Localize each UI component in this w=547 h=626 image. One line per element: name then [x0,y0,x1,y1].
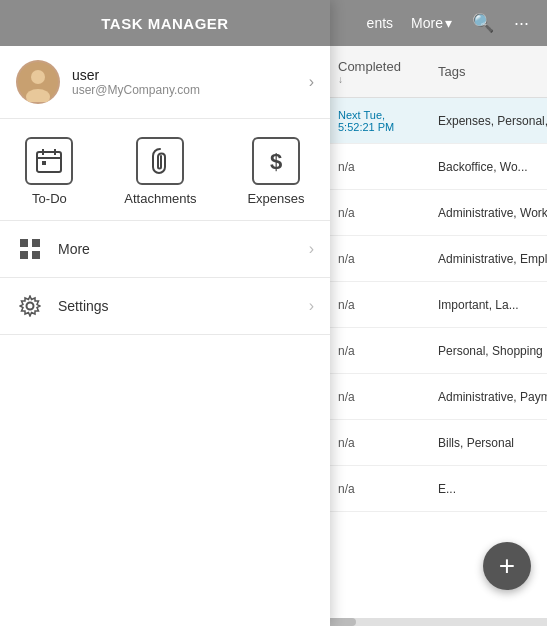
completed-cell: n/a [330,478,430,500]
tags-cell: Expenses, Personal, Shopping [430,110,547,132]
sidebar-title: TASK MANAGER [101,15,228,32]
table-row[interactable]: n/a Administrative, Employees [330,236,547,282]
todo-label: To-Do [32,191,67,206]
search-icon[interactable]: 🔍 [466,8,500,38]
svg-rect-3 [37,152,61,172]
svg-rect-7 [42,161,46,165]
nav-ents[interactable]: ents [361,11,399,35]
svg-rect-11 [20,251,28,259]
more-arrow-icon: ▾ [445,15,452,31]
tags-cell: E... [430,478,547,500]
svg-rect-10 [32,239,40,247]
chevron-right-icon: › [309,73,314,91]
tags-cell: Administrative, Work [430,202,547,224]
topbar-nav: ents More ▾ [361,11,458,35]
chevron-right-icon: › [309,240,314,258]
table-row[interactable]: n/a Personal, Shopping [330,328,547,374]
completed-cell: n/a [330,340,430,362]
user-email: user@MyCompany.com [72,83,309,97]
todo-icon [25,137,73,185]
chevron-right-icon: › [309,297,314,315]
completed-cell: n/a [330,248,430,270]
completed-cell: n/a [330,156,430,178]
more-menu-button[interactable]: More ▾ [405,11,458,35]
tags-cell: Important, La... [430,294,547,316]
completed-cell: Next Tue, 5:52:21 PM [330,105,430,137]
table-row[interactable]: n/a Administrative, Payments [330,374,547,420]
more-menu-item[interactable]: More › [0,221,330,278]
expenses-icon: $ [252,137,300,185]
user-profile[interactable]: user user@MyCompany.com › [0,46,330,119]
completed-cell: n/a [330,294,430,316]
svg-text:$: $ [270,149,282,174]
settings-menu-item[interactable]: Settings › [0,278,330,335]
attachments-label: Attachments [124,191,196,206]
svg-rect-12 [32,251,40,259]
tags-label: Tags [438,64,465,79]
avatar [16,60,60,104]
settings-label: Settings [58,298,309,314]
grid-icon [16,235,44,263]
svg-point-1 [31,70,45,84]
more-label: More [411,15,443,31]
attachments-nav-item[interactable]: Attachments [108,137,212,206]
tags-column-header[interactable]: Tags [430,60,547,83]
completed-cell: n/a [330,202,430,224]
attachments-icon [136,137,184,185]
sort-arrow-icon: ↓ [338,74,343,85]
more-label: More [58,241,309,257]
tags-cell: Personal, Shopping [430,340,547,362]
expenses-nav-item[interactable]: $ Expenses [231,137,320,206]
svg-point-13 [27,303,34,310]
gear-icon [16,292,44,320]
user-info: user user@MyCompany.com [72,67,309,97]
completed-cell: n/a [330,386,430,408]
svg-rect-9 [20,239,28,247]
table-row[interactable]: n/a E... [330,466,547,512]
topbar-right: ents More ▾ 🔍 ··· [361,8,535,38]
overflow-icon[interactable]: ··· [508,9,535,38]
tags-cell: Administrative, Employees [430,248,547,270]
table-row[interactable]: n/a Important, La... [330,282,547,328]
table-row[interactable]: Next Tue, 5:52:21 PM Expenses, Personal,… [330,98,547,144]
tags-cell: Administrative, Payments [430,386,547,408]
completed-column-header[interactable]: Completed ↓ [330,55,430,89]
table-row[interactable]: n/a Backoffice, Wo... [330,144,547,190]
user-name: user [72,67,309,83]
nav-icons-row: To-Do Attachments $ Expenses [0,119,330,221]
table-row[interactable]: n/a Bills, Personal [330,420,547,466]
add-task-button[interactable]: + [483,542,531,590]
table-row[interactable]: n/a Administrative, Work [330,190,547,236]
sidebar: TASK MANAGER user user@MyCompany.com › [0,0,330,626]
sidebar-topbar: TASK MANAGER [0,0,330,46]
expenses-label: Expenses [247,191,304,206]
tags-cell: Bills, Personal [430,432,547,454]
completed-label: Completed [338,59,401,74]
todo-nav-item[interactable]: To-Do [9,137,89,206]
completed-cell: n/a [330,432,430,454]
tags-cell: Backoffice, Wo... [430,156,547,178]
